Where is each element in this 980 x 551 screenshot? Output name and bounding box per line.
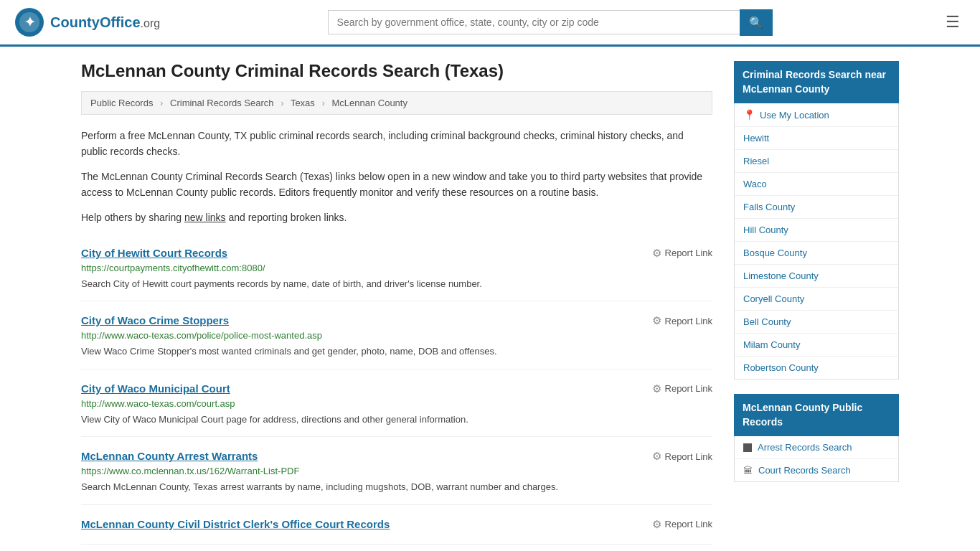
result-desc: Search City of Hewitt court payments rec… xyxy=(81,277,712,291)
report-link-3[interactable]: ⚙ Report Link xyxy=(652,382,712,395)
result-item: City of Waco Crime Stoppers ⚙ Report Lin… xyxy=(81,301,712,369)
sidebar-item-hewitt[interactable]: Hewitt xyxy=(735,127,898,150)
arrest-records-icon xyxy=(743,443,752,452)
sidebar-item-bosque-county[interactable]: Bosque County xyxy=(735,242,898,265)
court-records-icon: 🏛 xyxy=(743,465,753,476)
sidebar-public-records-list: Arrest Records Search 🏛 Court Records Se… xyxy=(734,436,899,482)
result-header: McLennan County Civil District Clerk's O… xyxy=(81,518,712,531)
sidebar-item-riesel[interactable]: Riesel xyxy=(735,150,898,173)
result-title[interactable]: City of Waco Crime Stoppers xyxy=(81,314,229,326)
search-input[interactable] xyxy=(328,10,740,34)
report-link-1[interactable]: ⚙ Report Link xyxy=(652,247,712,260)
description-1: Perform a free McLennan County, TX publi… xyxy=(81,128,712,160)
search-button[interactable]: 🔍 xyxy=(740,9,773,36)
result-item: City of Hewitt Court Records ⚙ Report Li… xyxy=(81,234,712,302)
sidebar-item-limestone-county[interactable]: Limestone County xyxy=(735,265,898,288)
sidebar-section-public-records: McLennan County Public Records Arrest Re… xyxy=(734,394,899,482)
svg-text:✦: ✦ xyxy=(24,15,35,29)
breadcrumb-sep-3: › xyxy=(321,98,324,108)
result-url: http://www.waco-texas.com/court.asp xyxy=(81,398,712,409)
logo-area: ✦ CountyOffice.org xyxy=(14,7,160,37)
breadcrumb-texas[interactable]: Texas xyxy=(291,98,315,108)
main-content: McLennan County Criminal Records Search … xyxy=(81,61,712,545)
breadcrumb: Public Records › Criminal Records Search… xyxy=(81,91,712,115)
report-icon: ⚙ xyxy=(652,382,661,395)
result-desc: View City of Waco Municipal Court page f… xyxy=(81,413,712,427)
result-desc: View Waco Crime Stopper's most wanted cr… xyxy=(81,344,712,359)
result-title[interactable]: City of Hewitt Court Records xyxy=(81,247,227,259)
result-item: McLennan County Arrest Warrants ⚙ Report… xyxy=(81,437,712,505)
result-header: City of Hewitt Court Records ⚙ Report Li… xyxy=(81,247,712,260)
result-desc: Search McLennan County, Texas arrest war… xyxy=(81,480,712,494)
logo-suffix: .org xyxy=(141,17,161,29)
sidebar-item-coryell-county[interactable]: Coryell County xyxy=(735,288,898,311)
description-area: Perform a free McLennan County, TX publi… xyxy=(81,128,712,225)
result-title[interactable]: McLennan County Arrest Warrants xyxy=(81,450,258,462)
breadcrumb-sep-2: › xyxy=(281,98,283,108)
result-item: City of Waco Municipal Court ⚙ Report Li… xyxy=(81,369,712,438)
sidebar-section-2-title: McLennan County Public Records xyxy=(734,394,899,436)
result-title[interactable]: McLennan County Civil District Clerk's O… xyxy=(81,518,390,530)
logo-icon: ✦ xyxy=(14,7,44,37)
report-icon: ⚙ xyxy=(652,450,661,463)
new-links-link[interactable]: new links xyxy=(184,212,226,223)
sidebar-item-bell-county[interactable]: Bell County xyxy=(735,311,898,334)
sidebar-item-milam-county[interactable]: Milam County xyxy=(735,334,898,357)
sidebar-nearby-list: 📍 Use My Location Hewitt Riesel Waco Fal… xyxy=(734,103,899,380)
sidebar-item-robertson-county[interactable]: Robertson County xyxy=(735,357,898,379)
report-link-5[interactable]: ⚙ Report Link xyxy=(652,518,712,531)
result-url: https://courtpayments.cityofhewitt.com:8… xyxy=(81,263,712,273)
breadcrumb-public-records[interactable]: Public Records xyxy=(90,98,153,108)
result-url: https://www.co.mclennan.tx.us/162/Warran… xyxy=(81,466,712,476)
menu-button[interactable]: ☰ xyxy=(940,10,966,34)
breadcrumb-sep-1: › xyxy=(160,98,163,108)
logo-text: CountyOffice.org xyxy=(50,14,160,31)
sidebar-item-waco[interactable]: Waco xyxy=(735,173,898,196)
result-header: City of Waco Municipal Court ⚙ Report Li… xyxy=(81,382,712,395)
page-container: McLennan County Criminal Records Search … xyxy=(60,47,920,551)
sidebar-item-arrest-records[interactable]: Arrest Records Search xyxy=(735,436,898,459)
sidebar-item-falls-county[interactable]: Falls County xyxy=(735,196,898,219)
breadcrumb-criminal-records-search[interactable]: Criminal Records Search xyxy=(170,98,274,108)
use-my-location-link[interactable]: Use My Location xyxy=(760,110,829,121)
sidebar-item-use-my-location[interactable]: 📍 Use My Location xyxy=(735,103,898,127)
description-3: Help others by sharing new links and rep… xyxy=(81,209,712,225)
logo-name: CountyOffice xyxy=(50,14,141,30)
sidebar-section-title: Criminal Records Search near McLennan Co… xyxy=(734,61,899,103)
sidebar-item-hill-county[interactable]: Hill County xyxy=(735,219,898,242)
result-header: City of Waco Crime Stoppers ⚙ Report Lin… xyxy=(81,314,712,327)
sidebar-section-nearby: Criminal Records Search near McLennan Co… xyxy=(734,61,899,380)
result-header: McLennan County Arrest Warrants ⚙ Report… xyxy=(81,450,712,463)
result-url: http://www.waco-texas.com/police/police-… xyxy=(81,330,712,341)
search-area: 🔍 xyxy=(328,9,773,36)
page-title: McLennan County Criminal Records Search … xyxy=(81,61,712,81)
pin-icon: 📍 xyxy=(743,109,755,121)
result-item: McLennan County Civil District Clerk's O… xyxy=(81,505,712,545)
report-icon: ⚙ xyxy=(652,247,661,260)
report-icon: ⚙ xyxy=(652,314,661,327)
sidebar: Criminal Records Search near McLennan Co… xyxy=(734,61,899,545)
description-2: The McLennan County Criminal Records Sea… xyxy=(81,169,712,201)
result-title[interactable]: City of Waco Municipal Court xyxy=(81,382,230,395)
breadcrumb-mclennan-county[interactable]: McLennan County xyxy=(331,98,407,108)
results-list: City of Hewitt Court Records ⚙ Report Li… xyxy=(81,234,712,545)
sidebar-item-court-records[interactable]: 🏛 Court Records Search xyxy=(735,459,898,481)
header: ✦ CountyOffice.org 🔍 ☰ xyxy=(0,0,980,47)
report-link-4[interactable]: ⚙ Report Link xyxy=(652,450,712,463)
report-icon: ⚙ xyxy=(652,518,661,531)
report-link-2[interactable]: ⚙ Report Link xyxy=(652,314,712,327)
